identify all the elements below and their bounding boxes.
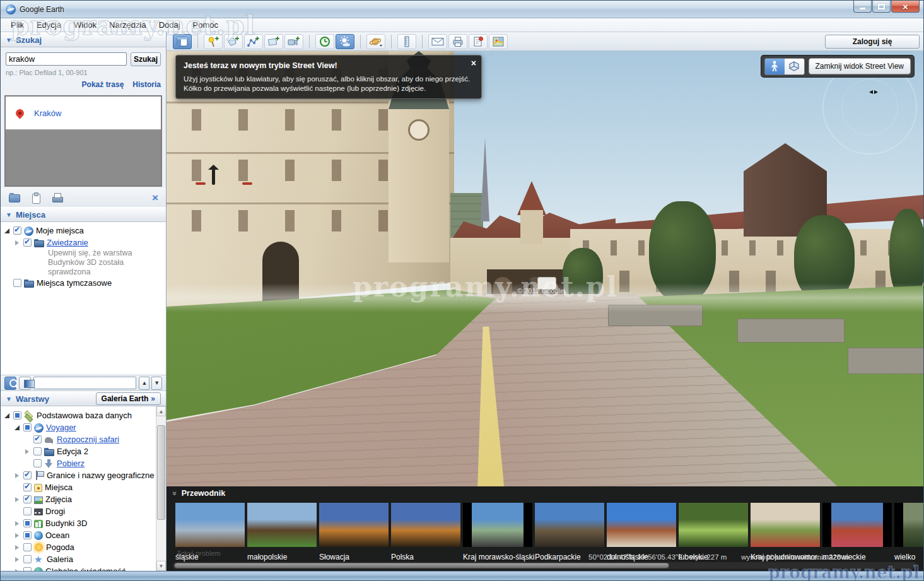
tree-item-miejsca[interactable]: Miejsca xyxy=(1,481,166,493)
find-previous-button[interactable]: ▲ xyxy=(139,377,149,390)
search-input[interactable] xyxy=(6,52,127,66)
checkbox-checked[interactable] xyxy=(23,495,32,503)
checkbox-unchecked[interactable] xyxy=(23,543,32,551)
checkbox-partial[interactable] xyxy=(23,519,32,527)
clear-results-icon[interactable]: × xyxy=(152,192,158,203)
tree-item-podstawowa-baza-danych[interactable]: Podstawowa baza danych xyxy=(1,409,166,421)
close-button[interactable]: × xyxy=(891,1,920,13)
tree-item-galeria[interactable]: Galeria xyxy=(1,553,166,565)
record-tour-button[interactable] xyxy=(284,34,303,49)
checkbox-unchecked[interactable] xyxy=(33,447,42,455)
tree-item-ocean[interactable]: Ocean xyxy=(1,529,166,541)
tree-label[interactable]: Pobierz xyxy=(57,459,85,468)
checkbox-partial[interactable] xyxy=(23,423,32,431)
email-button[interactable] xyxy=(428,34,447,49)
street-view-scene[interactable]: programy.net.pl © 2012 Google Jesteś ter… xyxy=(167,51,923,486)
exit-ground-level-button[interactable] xyxy=(785,59,804,74)
historical-imagery-button[interactable] xyxy=(315,34,334,49)
add-path-button[interactable] xyxy=(244,34,263,49)
save-to-places-icon[interactable] xyxy=(8,192,21,203)
checkbox-checked[interactable] xyxy=(23,471,32,479)
expander-collapsed-icon[interactable] xyxy=(13,472,21,479)
close-street-view-button[interactable]: Zamknij widok Street View xyxy=(809,58,911,74)
tree-item-miejsca-tymczasowe[interactable]: Miejsca tymczasowe xyxy=(1,277,166,289)
add-placemark-button[interactable] xyxy=(204,34,223,49)
guide-thumbnail[interactable]: Kraj morawsko-śląski xyxy=(463,503,532,563)
show-route-link[interactable]: Pokaż trasę xyxy=(82,80,124,89)
tree-item-drogi[interactable]: Drogi xyxy=(1,505,166,517)
tree-label[interactable]: Rozpocznij safari xyxy=(57,435,119,444)
sign-in-button[interactable]: Zaloguj się xyxy=(825,35,920,49)
tree-label[interactable]: Voyager xyxy=(46,423,76,432)
tree-item-moje-miejsca[interactable]: Moje miejsca xyxy=(1,225,166,237)
expander-collapsed-icon[interactable] xyxy=(23,448,31,455)
menu-item-edycja[interactable]: Edycja xyxy=(30,19,67,31)
expander-expanded-icon[interactable] xyxy=(3,412,11,420)
tree-item-rozpocznij-safari[interactable]: Rozpocznij safari xyxy=(1,433,166,445)
tree-item-zdjecia[interactable]: Zdjęcia xyxy=(1,493,166,505)
guide-header[interactable]: » Przewodnik xyxy=(173,489,225,498)
tree-item-globalna-swiadomosc[interactable]: Globalna świadomość xyxy=(1,565,166,571)
minimize-button[interactable] xyxy=(853,1,872,13)
save-image-button[interactable] xyxy=(469,34,488,49)
scrollbar-thumb[interactable] xyxy=(157,425,165,520)
guide-thumbnail[interactable]: małopolskie xyxy=(247,503,317,563)
sunlight-button[interactable] xyxy=(336,34,354,49)
tree-item-zwiedzanie[interactable]: Zwiedzanie xyxy=(1,237,166,249)
search-panel-header[interactable]: ▼ Szukaj xyxy=(1,32,166,47)
history-link[interactable]: Historia xyxy=(132,80,161,89)
expander-expanded-icon[interactable] xyxy=(3,227,11,235)
places-panel-header[interactable]: ▼ Miejsca xyxy=(1,207,166,222)
find-button[interactable] xyxy=(4,377,16,390)
add-image-overlay-button[interactable] xyxy=(264,34,283,49)
checkbox-unchecked[interactable] xyxy=(23,567,32,571)
search-button[interactable]: Szukaj xyxy=(131,52,161,66)
expander-collapsed-icon[interactable] xyxy=(13,568,21,572)
expander-collapsed-icon[interactable] xyxy=(13,520,21,527)
checkbox-checked[interactable] xyxy=(23,238,32,247)
tree-item-granice-i-nazwy-geograficzne[interactable]: Granice i nazwy geograficzne xyxy=(1,469,166,481)
checkbox-unchecked[interactable] xyxy=(33,459,42,467)
find-next-button[interactable]: ▼ xyxy=(151,377,162,390)
planets-button[interactable] xyxy=(366,34,385,49)
checkbox-checked[interactable] xyxy=(33,435,42,443)
sidebar-toggle-button[interactable] xyxy=(173,34,192,49)
tree-item-pogoda[interactable]: Pogoda xyxy=(1,541,166,553)
layers-scrollbar[interactable]: ▲ ▼ xyxy=(156,406,166,571)
expander-collapsed-icon[interactable] xyxy=(13,544,21,551)
checkbox-checked[interactable] xyxy=(13,226,21,235)
expander-collapsed-icon[interactable] xyxy=(13,496,21,503)
copy-icon[interactable] xyxy=(30,192,42,203)
checkbox-partial[interactable] xyxy=(23,531,32,539)
expander-collapsed-icon[interactable] xyxy=(13,239,21,247)
menu-item-pomoc[interactable]: Pomoc xyxy=(187,19,225,31)
checkbox-unchecked[interactable] xyxy=(23,507,32,515)
layers-panel-header[interactable]: ▼ Warstwy Galeria Earth» xyxy=(1,391,166,406)
expander-expanded-icon[interactable] xyxy=(13,424,21,431)
banner-close-icon[interactable]: × xyxy=(471,58,476,68)
guide-thumbnail[interactable]: śląskie xyxy=(175,503,245,563)
tree-item-pobierz[interactable]: Pobierz xyxy=(1,457,166,469)
places-filter-input[interactable] xyxy=(33,377,136,389)
checkbox-unchecked[interactable] xyxy=(23,555,32,563)
checkbox-unchecked[interactable] xyxy=(13,279,21,287)
elevation-profile-button[interactable] xyxy=(19,377,31,390)
menu-item-dodaj[interactable]: Dodaj xyxy=(153,19,187,31)
maximize-button[interactable] xyxy=(872,1,891,13)
add-polygon-button[interactable] xyxy=(224,34,243,49)
tree-item-budynki-3d[interactable]: Budynki 3D xyxy=(1,517,166,529)
checkbox-partial[interactable] xyxy=(13,411,21,420)
menu-item-narzedzia[interactable]: Narzędzia xyxy=(103,19,153,31)
guide-thumbnail[interactable]: Polska xyxy=(391,503,460,563)
expander-collapsed-icon[interactable] xyxy=(13,532,21,539)
scroll-up-arrow[interactable]: ▲ xyxy=(156,406,166,416)
print-results-icon[interactable] xyxy=(51,192,64,203)
print-button[interactable] xyxy=(448,34,467,49)
guide-thumbnail[interactable]: wielko xyxy=(894,503,923,563)
view-in-maps-button[interactable] xyxy=(489,34,508,49)
guide-thumbnail[interactable]: Słowacja xyxy=(319,503,389,563)
tree-item-edycja-2[interactable]: Edycja 2 xyxy=(1,445,166,457)
scroll-down-arrow[interactable]: ▼ xyxy=(156,561,166,571)
guide-scrollbar-thumb[interactable] xyxy=(174,563,669,568)
ruler-button[interactable] xyxy=(397,34,416,49)
